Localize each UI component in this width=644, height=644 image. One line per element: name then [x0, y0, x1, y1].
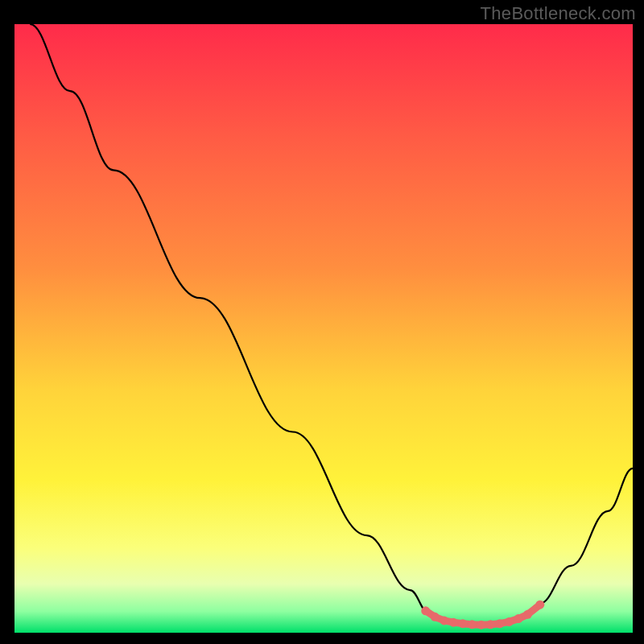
gradient-background — [14, 24, 633, 633]
svg-point-5 — [468, 620, 477, 629]
svg-point-4 — [458, 619, 467, 628]
svg-point-2 — [440, 616, 448, 625]
svg-point-11 — [523, 610, 532, 619]
svg-point-7 — [486, 620, 495, 629]
svg-point-9 — [505, 617, 514, 626]
svg-point-8 — [495, 619, 504, 628]
chart-frame — [14, 24, 633, 633]
svg-point-6 — [477, 621, 485, 630]
svg-point-1 — [431, 613, 440, 621]
svg-point-10 — [514, 614, 522, 623]
svg-point-3 — [449, 618, 458, 627]
attribution-text: TheBottleneck.com — [481, 3, 636, 24]
svg-point-0 — [421, 606, 430, 615]
bottleneck-chart — [14, 24, 633, 633]
svg-point-12 — [535, 601, 544, 609]
